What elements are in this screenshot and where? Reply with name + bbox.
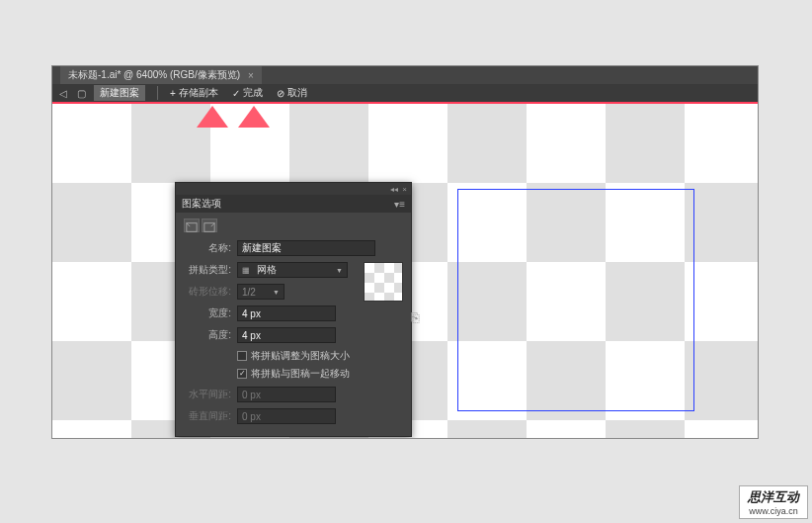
cancel-button[interactable]: ⊘ 取消 <box>277 86 307 100</box>
brickoffset-label: 砖形位移: <box>184 285 231 299</box>
brickoffset-dropdown[interactable]: 1/2 ▼ <box>237 284 284 300</box>
svg-line-1 <box>187 223 190 226</box>
fit-tile-checkbox[interactable] <box>237 351 247 361</box>
width-input[interactable] <box>237 305 336 321</box>
fit-tile-label: 将拼贴调整为图稿大小 <box>251 349 350 363</box>
chevron-down-icon: ▼ <box>336 267 343 274</box>
plus-icon: + <box>170 88 176 99</box>
name-label: 名称: <box>184 241 231 255</box>
document-tab[interactable]: 未标题-1.ai* @ 6400% (RGB/像素预览) × <box>60 66 262 84</box>
canvas-area[interactable]: ◂◂ × 图案选项 ▾≡ 名称: <box>52 104 758 438</box>
panel-title: 图案选项 <box>182 197 221 211</box>
move-tile-checkbox[interactable] <box>237 369 247 379</box>
chevron-down-icon: ▼ <box>273 289 280 296</box>
divider <box>157 86 158 100</box>
save-copy-button[interactable]: + 存储副本 <box>170 86 218 100</box>
pattern-options-panel: ◂◂ × 图案选项 ▾≡ 名称: <box>175 182 412 437</box>
move-tile-label: 将拼贴与图稿一起移动 <box>251 367 350 381</box>
width-label: 宽度: <box>184 306 231 320</box>
done-button[interactable]: ✓ 完成 <box>232 86 263 100</box>
hspacing-input[interactable] <box>237 387 336 402</box>
height-label: 高度: <box>184 328 231 342</box>
watermark-url: www.ciya.cn <box>748 506 799 516</box>
panel-body: 名称: 拼贴类型: ▦ 网格 ▼ <box>176 213 411 436</box>
pattern-name-input[interactable] <box>237 240 375 256</box>
pattern-action-bar: ◁ ▢ 新建图案 + 存储副本 ✓ 完成 ⊘ 取消 <box>52 84 758 104</box>
grid-icon: ▦ <box>242 266 254 275</box>
tab-bar: 未标题-1.ai* @ 6400% (RGB/像素预览) × <box>52 66 758 84</box>
app-window: 未标题-1.ai* @ 6400% (RGB/像素预览) × ◁ ▢ 新建图案 … <box>51 65 759 439</box>
watermark: 思洋互动 www.ciya.cn <box>739 485 808 519</box>
watermark-text: 思洋互动 <box>748 488 799 506</box>
tiletype-label: 拼贴类型: <box>184 263 231 277</box>
artwork-triangle[interactable] <box>238 106 270 128</box>
panel-close-icon[interactable]: × <box>402 185 407 194</box>
cancel-icon: ⊘ <box>277 88 284 99</box>
tile-edge-button[interactable] <box>184 218 200 232</box>
pattern-name-display: 新建图案 <box>94 85 145 101</box>
panel-top-bar: ◂◂ × <box>176 183 411 195</box>
vspacing-label: 垂直间距: <box>184 409 231 423</box>
height-input[interactable] <box>237 327 336 343</box>
svg-line-3 <box>211 223 214 226</box>
hspacing-label: 水平间距: <box>184 388 231 401</box>
check-icon: ✓ <box>232 88 240 99</box>
link-dimensions-icon[interactable]: ⎘ <box>411 309 419 325</box>
tiletype-dropdown[interactable]: ▦ 网格 ▼ <box>237 262 348 278</box>
back-arrow-icon[interactable]: ◁ <box>56 86 70 100</box>
vspacing-input[interactable] <box>237 408 336 424</box>
panel-header: 图案选项 ▾≡ <box>176 195 411 213</box>
tab-title: 未标题-1.ai* @ 6400% (RGB/像素预览) <box>68 68 240 82</box>
pattern-edit-icon[interactable]: ▢ <box>74 86 88 100</box>
tab-close-icon[interactable]: × <box>248 70 254 81</box>
tile-preview-swatch <box>364 262 403 302</box>
panel-menu-icon[interactable]: ▾≡ <box>394 199 405 210</box>
tile-edge-button[interactable] <box>202 218 217 232</box>
panel-collapse-icon[interactable]: ◂◂ <box>390 185 398 194</box>
tile-bounds-rect[interactable] <box>457 189 694 411</box>
artwork-triangle[interactable] <box>197 106 228 128</box>
